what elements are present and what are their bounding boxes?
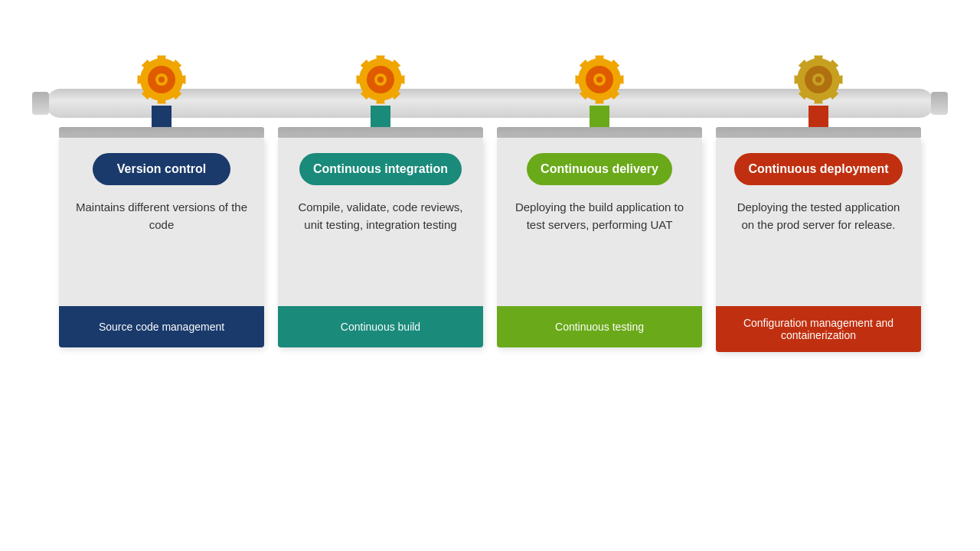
gear-icon-version-control	[134, 52, 189, 107]
card-badge-continuous-deployment: Continuous deployment	[734, 153, 902, 185]
svg-marker-13	[399, 75, 405, 83]
svg-point-47	[815, 77, 822, 83]
svg-marker-3	[157, 98, 165, 104]
card-desc-version-control: Maintains different versions of the code	[73, 199, 250, 233]
svg-marker-27	[595, 98, 603, 104]
column-continuous-deployment: Continuous deployment Deploying the test…	[716, 52, 921, 352]
card-badge-continuous-delivery: Continuous delivery	[527, 153, 672, 185]
card-footer-continuous-deployment: Configuration management and containeriz…	[716, 306, 921, 352]
svg-marker-39	[814, 98, 822, 104]
svg-marker-43	[814, 56, 822, 62]
card-shelf-continuous-delivery	[497, 127, 702, 138]
svg-marker-5	[138, 75, 144, 83]
card-badge-version-control: Version control	[93, 153, 230, 185]
card-shelf-version-control	[59, 127, 264, 138]
svg-marker-29	[576, 75, 582, 83]
page-title	[0, 0, 980, 21]
svg-marker-31	[595, 56, 603, 62]
card-footer-continuous-integration: Continuous build	[278, 306, 483, 347]
card-continuous-integration: Continuous integration Compile, validate…	[278, 138, 483, 347]
svg-marker-19	[376, 56, 384, 62]
card-continuous-delivery: Continuous delivery Deploying the build …	[497, 138, 702, 347]
card-body-continuous-deployment: Continuous deployment Deploying the test…	[716, 138, 921, 306]
pipeline-area: Version control Maintains different vers…	[0, 52, 980, 352]
gear-icon-continuous-delivery	[572, 52, 627, 107]
card-shelf-continuous-deployment	[716, 127, 921, 138]
svg-point-23	[377, 77, 384, 83]
connector-continuous-integration	[371, 106, 390, 127]
card-footer-version-control: Source code management	[59, 306, 264, 347]
svg-marker-37	[837, 75, 843, 83]
column-continuous-integration: Continuous integration Compile, validate…	[278, 52, 483, 352]
connector-continuous-deployment	[808, 106, 828, 127]
card-desc-continuous-integration: Compile, validate, code reviews, unit te…	[292, 199, 469, 233]
connector-version-control	[152, 106, 172, 127]
card-body-version-control: Version control Maintains different vers…	[59, 138, 264, 306]
svg-marker-41	[795, 75, 801, 83]
gear-icon-continuous-integration	[353, 52, 408, 107]
columns-row: Version control Maintains different vers…	[0, 52, 980, 352]
svg-marker-15	[376, 98, 384, 104]
card-body-continuous-integration: Continuous integration Compile, validate…	[278, 138, 483, 306]
svg-marker-1	[180, 75, 186, 83]
card-body-continuous-delivery: Continuous delivery Deploying the build …	[497, 138, 702, 306]
svg-marker-25	[618, 75, 624, 83]
card-badge-continuous-integration: Continuous integration	[299, 153, 462, 185]
svg-marker-17	[357, 75, 363, 83]
column-continuous-delivery: Continuous delivery Deploying the build …	[497, 52, 702, 352]
gear-icon-continuous-deployment	[791, 52, 846, 107]
svg-marker-7	[157, 56, 165, 62]
connector-continuous-delivery	[590, 106, 609, 127]
card-continuous-deployment: Continuous deployment Deploying the test…	[716, 138, 921, 352]
card-version-control: Version control Maintains different vers…	[59, 138, 264, 347]
card-desc-continuous-delivery: Deploying the build application to test …	[511, 199, 688, 233]
card-desc-continuous-deployment: Deploying the tested application on the …	[730, 199, 907, 233]
page: Version control Maintains different vers…	[0, 0, 980, 551]
svg-point-35	[596, 77, 603, 83]
column-version-control: Version control Maintains different vers…	[59, 52, 264, 352]
svg-point-11	[158, 77, 165, 83]
card-shelf-continuous-integration	[278, 127, 483, 138]
card-footer-continuous-delivery: Continuous testing	[497, 306, 702, 347]
